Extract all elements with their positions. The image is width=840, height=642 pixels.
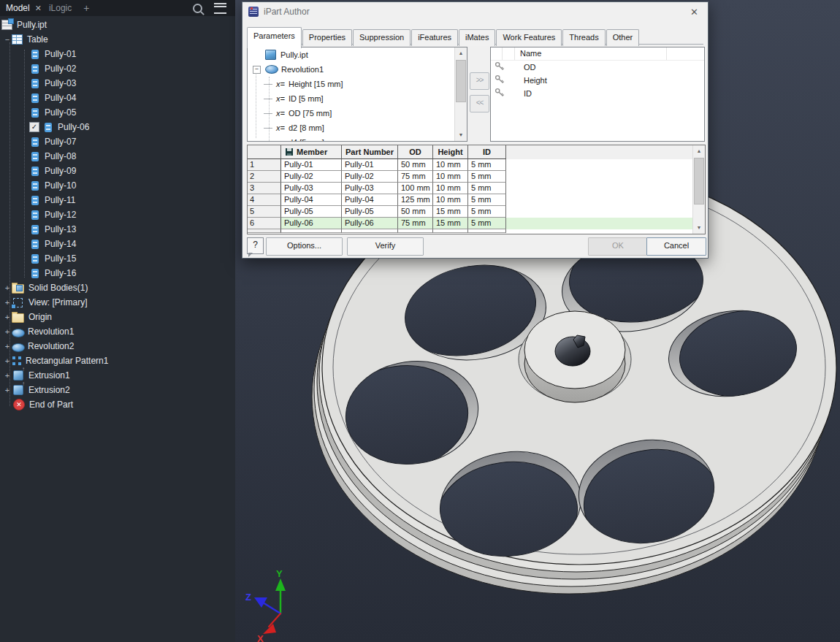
od-column-header[interactable]: OD — [398, 145, 433, 159]
height-column-header[interactable]: Height — [433, 145, 468, 159]
remove-parameter-button[interactable]: << — [470, 95, 489, 112]
od-cell[interactable]: 75 mm — [398, 218, 433, 229]
table-row[interactable]: 1 Pully-01 Pully-01 50 mm 10 mm 5 mm — [248, 159, 705, 171]
parameter-tree-item[interactable]: x= d2 [8 mm] — [248, 121, 467, 135]
part-number-cell[interactable]: Pully-06 — [342, 218, 398, 229]
height-cell[interactable]: 10 mm — [433, 171, 468, 183]
search-icon[interactable] — [193, 4, 202, 13]
browser-tree-item[interactable]: ✓ Pully-01 — [0, 47, 235, 61]
od-cell[interactable]: 125 mm — [398, 194, 433, 206]
od-cell[interactable]: 75 mm — [398, 171, 433, 183]
browser-tree-item[interactable]: ✓ Pully-10 — [0, 178, 235, 193]
browser-tree-item[interactable]: + ✓ Extrusion1 — [0, 368, 235, 383]
browser-tree-item[interactable]: ✓ Pully-07 — [0, 134, 235, 149]
table-row[interactable]: 2 Pully-02 Pully-02 75 mm 10 mm 5 mm — [248, 171, 705, 183]
browser-tree-item[interactable]: ✓ Pully-12 — [0, 207, 235, 222]
selected-parameters-panel[interactable]: Name OD Height ID — [490, 47, 705, 142]
dialog-tab[interactable]: Properties — [302, 29, 352, 46]
browser-tree-item[interactable]: + ✓ Revolution2 — [0, 339, 235, 354]
ipart-member-table[interactable]: Member Part Number OD Height ID 1 Pully-… — [247, 145, 706, 234]
parameter-tree-item[interactable]: Pully.ipt — [248, 47, 467, 62]
options-button[interactable]: Options... — [266, 237, 343, 256]
browser-tree-item[interactable]: + ✓ Rectangular Pattern1 — [0, 354, 235, 368]
parameter-tree-item[interactable]: x= OD [75 mm] — [248, 106, 467, 121]
menu-icon[interactable] — [214, 3, 226, 14]
id-cell[interactable]: 5 mm — [468, 171, 506, 183]
dialog-close-icon[interactable]: ✕ — [690, 7, 698, 18]
browser-tree-item[interactable]: ✓ Pully-15 — [0, 251, 235, 266]
parameter-tree-panel[interactable]: Pully.ipt − Revolution1 x= Height [15 mm… — [247, 47, 467, 142]
member-cell[interactable]: Pully-02 — [281, 171, 342, 183]
name-column-header[interactable]: Name — [515, 47, 667, 60]
id-cell[interactable]: 5 mm — [468, 183, 506, 194]
browser-tree-item[interactable]: ✓ Pully-11 — [0, 193, 235, 207]
member-cell[interactable]: Pully-03 — [281, 183, 342, 194]
close-tab-icon[interactable]: ✕ — [35, 4, 42, 13]
help-button[interactable]: ? — [247, 237, 264, 254]
dialog-tab[interactable]: Other — [606, 29, 640, 46]
browser-tree-item[interactable]: ✓ End of Part — [0, 397, 235, 412]
name-list-item[interactable]: Height — [491, 74, 704, 87]
browser-tree-item[interactable]: ✓ Pully-02 — [0, 61, 235, 76]
expander-icon[interactable]: + — [3, 298, 12, 307]
row-number-cell[interactable]: 6 — [248, 218, 281, 229]
height-cell[interactable]: 15 mm — [433, 206, 468, 218]
dialog-tab[interactable]: Parameters — [247, 27, 302, 48]
browser-tree-item[interactable]: ✓ Pully-05 — [0, 105, 235, 120]
row-number-cell[interactable]: 1 — [248, 159, 281, 171]
browser-tree-item[interactable]: ✓ Pully-14 — [0, 237, 235, 251]
member-cell[interactable]: Pully-05 — [281, 206, 342, 218]
expander-icon[interactable]: − — [3, 35, 12, 44]
browser-tree-item[interactable]: ✓ Pully-09 — [0, 164, 235, 178]
scroll-up-icon[interactable]: ▲ — [455, 47, 467, 59]
expander-icon[interactable]: + — [3, 371, 12, 380]
member-checkbox[interactable]: ✓ — [29, 122, 39, 132]
od-cell[interactable]: 100 mm — [398, 183, 433, 194]
height-cell[interactable]: 10 mm — [433, 183, 468, 194]
parameter-tree-item[interactable]: x= Height [15 mm] — [248, 77, 467, 91]
part-number-cell[interactable]: Pully-03 — [342, 183, 398, 194]
row-number-cell[interactable]: 2 — [248, 171, 281, 183]
expander-icon[interactable]: + — [3, 342, 12, 351]
height-cell[interactable]: 15 mm — [433, 218, 468, 229]
ok-button[interactable]: OK — [588, 237, 648, 256]
scrollbar-thumb[interactable] — [456, 60, 466, 102]
expander-icon[interactable]: + — [3, 386, 12, 394]
dialog-tab[interactable]: iMates — [459, 29, 495, 46]
browser-tree-item[interactable]: ✓ Pully-06 — [0, 120, 235, 134]
row-number-cell[interactable]: 4 — [248, 194, 281, 206]
parameter-tree-item[interactable]: x= d4 [5 mm] — [248, 135, 467, 142]
part-number-cell[interactable]: Pully-02 — [342, 171, 398, 183]
table-row[interactable]: 5 Pully-05 Pully-05 50 mm 15 mm 5 mm — [248, 206, 705, 218]
dialog-tab[interactable]: Suppression — [353, 29, 411, 46]
cancel-button[interactable]: Cancel — [646, 237, 706, 256]
height-cell[interactable]: 10 mm — [433, 159, 468, 171]
expander-icon[interactable]: + — [3, 327, 12, 336]
expander-icon[interactable]: + — [3, 283, 12, 292]
browser-tree-item[interactable]: + ✓ View: [Primary] — [0, 295, 235, 310]
browser-tree-item[interactable]: ✓ Pully-16 — [0, 266, 235, 280]
browser-tree-item[interactable]: + ✓ Revolution1 — [0, 324, 235, 339]
browser-tree-item[interactable]: − ✓ Table — [0, 32, 235, 47]
member-column-header[interactable]: Member — [281, 145, 342, 159]
part-number-cell[interactable]: Pully-05 — [342, 206, 398, 218]
id-cell[interactable]: 5 mm — [468, 206, 506, 218]
table-row[interactable]: 3 Pully-03 Pully-03 100 mm 10 mm 5 mm — [248, 183, 705, 194]
dialog-title-bar[interactable]: iPart Author ✕ — [243, 2, 708, 21]
table-row[interactable]: 6 Pully-06 Pully-06 75 mm 15 mm 5 mm — [248, 218, 705, 229]
part-number-cell[interactable]: Pully-04 — [342, 194, 398, 206]
table-scrollbar[interactable]: ▲ ▼ — [692, 145, 705, 234]
tab-ilogic[interactable]: iLogic — [49, 3, 72, 13]
expander-icon[interactable]: + — [3, 313, 12, 321]
scrollbar-thumb[interactable] — [694, 158, 704, 205]
scroll-down-icon[interactable]: ▼ — [693, 222, 705, 234]
dialog-tab[interactable]: Threads — [562, 29, 605, 46]
browser-tree-item[interactable]: ✓ Pully-08 — [0, 149, 235, 164]
browser-tree-item[interactable]: ✓ Pully-04 — [0, 91, 235, 105]
scroll-down-icon[interactable]: ▼ — [455, 129, 467, 141]
row-number-cell[interactable]: 3 — [248, 183, 281, 194]
expander-icon[interactable]: + — [3, 356, 12, 365]
add-tab-icon[interactable]: + — [83, 2, 89, 14]
browser-tree-item[interactable]: ✓ Pully.ipt — [0, 18, 235, 32]
member-cell[interactable]: Pully-06 — [281, 218, 342, 229]
